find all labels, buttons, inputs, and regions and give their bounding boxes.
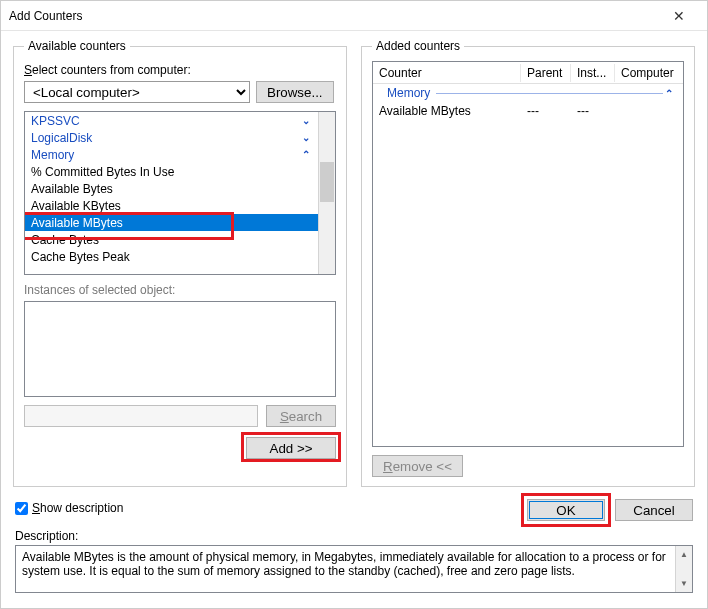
- description-text: Available MBytes is the amount of physic…: [16, 546, 675, 592]
- ok-button[interactable]: OK: [527, 499, 605, 521]
- col-parent[interactable]: Parent: [521, 64, 571, 82]
- remove-button: Remove <<: [372, 455, 463, 477]
- show-description-checkbox[interactable]: [15, 502, 28, 515]
- added-counters-list[interactable]: Counter Parent Inst... Computer Memory ⌃…: [372, 61, 684, 447]
- col-computer[interactable]: Computer: [615, 64, 683, 82]
- tree-header-logicaldisk[interactable]: LogicalDisk ⌄: [25, 129, 318, 146]
- tree-item-available-mbytes[interactable]: Available MBytes: [25, 214, 318, 231]
- instances-list[interactable]: [24, 301, 336, 397]
- browse-button[interactable]: Browse...: [256, 81, 334, 103]
- col-counter[interactable]: Counter: [373, 64, 521, 82]
- added-row-available-mbytes[interactable]: Available MBytes --- ---: [373, 102, 683, 120]
- tree-item-cache-bytes-peak[interactable]: Cache Bytes Peak: [25, 248, 318, 265]
- tree-header-memory[interactable]: Memory ⌃: [25, 146, 318, 163]
- tree-item-committed-bytes[interactable]: % Committed Bytes In Use: [25, 163, 318, 180]
- description-scrollbar[interactable]: ▲ ▼: [675, 546, 692, 592]
- cancel-button[interactable]: Cancel: [615, 499, 693, 521]
- available-counters-group: Available counters Select counters from …: [13, 39, 347, 487]
- select-computer-label: Select counters from computer:: [24, 63, 336, 77]
- col-inst[interactable]: Inst...: [571, 64, 615, 82]
- scrollbar-thumb[interactable]: [320, 162, 334, 202]
- description-label: Description:: [15, 529, 78, 543]
- search-button: Search: [266, 405, 336, 427]
- window-title: Add Counters: [9, 9, 659, 23]
- description-box: Available MBytes is the amount of physic…: [15, 545, 693, 593]
- instances-label: Instances of selected object:: [24, 283, 336, 297]
- tree-header-kpssvc[interactable]: KPSSVC ⌄: [25, 112, 318, 129]
- added-group-memory[interactable]: Memory ⌃: [373, 84, 683, 102]
- show-description-label: Show description: [32, 501, 123, 515]
- added-counters-header: Counter Parent Inst... Computer: [373, 62, 683, 84]
- chevron-down-icon: ⌄: [302, 115, 310, 126]
- tree-item-available-bytes[interactable]: Available Bytes: [25, 180, 318, 197]
- close-icon: ✕: [673, 8, 685, 24]
- close-button[interactable]: ✕: [659, 2, 699, 30]
- added-counters-legend: Added counters: [372, 39, 464, 53]
- added-counters-group: Added counters Counter Parent Inst... Co…: [361, 39, 695, 487]
- search-button-label: earch: [289, 409, 322, 424]
- tree-scrollbar[interactable]: [318, 112, 335, 274]
- available-counters-legend: Available counters: [24, 39, 130, 53]
- scroll-down-icon[interactable]: ▼: [676, 575, 692, 592]
- computer-combo[interactable]: <Local computer>: [24, 81, 250, 103]
- add-button[interactable]: Add >>: [246, 437, 336, 459]
- scroll-up-icon[interactable]: ▲: [676, 546, 692, 563]
- tree-item-cache-bytes[interactable]: Cache Bytes: [25, 231, 318, 248]
- title-bar: Add Counters ✕: [1, 1, 707, 31]
- chevron-up-icon: ⌃: [302, 149, 310, 160]
- chevron-down-icon: ⌄: [302, 132, 310, 143]
- search-input: [24, 405, 258, 427]
- counters-tree[interactable]: KPSSVC ⌄ LogicalDisk ⌄ Memory ⌃ % Commit…: [24, 111, 336, 275]
- tree-item-available-kbytes[interactable]: Available KBytes: [25, 197, 318, 214]
- chevron-up-icon: ⌃: [665, 88, 673, 99]
- show-description-check[interactable]: Show description: [15, 501, 123, 515]
